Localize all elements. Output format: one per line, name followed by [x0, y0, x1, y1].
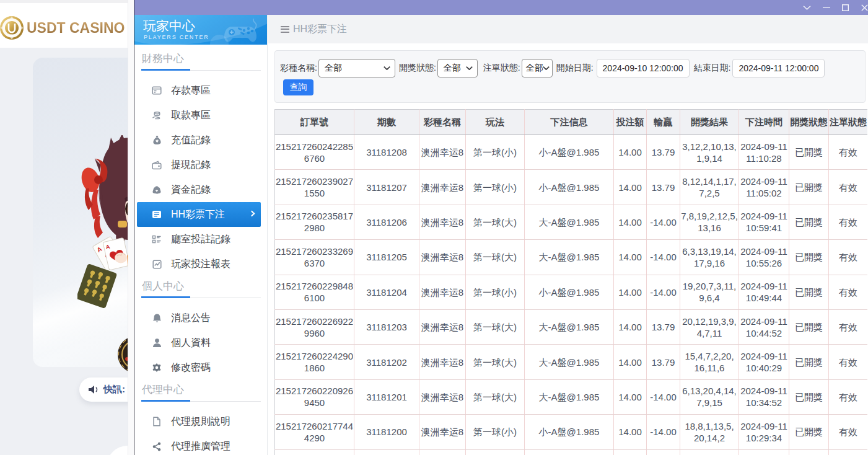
- withdraw-hand-icon: [152, 110, 162, 120]
- coin-small-text: Casino: [7, 33, 17, 37]
- sidebar-item-label: 玩家投注報表: [171, 258, 230, 271]
- sidebar-title: 玩家中心: [143, 17, 195, 35]
- window-controls: [797, 0, 868, 15]
- bell-icon: [152, 313, 162, 323]
- table-cell: 2152172602298486100: [275, 275, 354, 309]
- speaker-icon: [89, 385, 99, 394]
- table-cell: 2024-09-11 11:10:28: [739, 135, 789, 170]
- select-chevron-icon: [466, 66, 473, 70]
- start-date-input[interactable]: 2024-09-10 12:00:00: [597, 59, 690, 77]
- table-cell: -14.00: [647, 415, 680, 449]
- table-cell: 2024-09-11 10:34:52: [739, 379, 789, 414]
- section-title-personal: 個人中心: [142, 281, 267, 292]
- hamburger-menu-icon[interactable]: [281, 26, 289, 33]
- end-date-input[interactable]: 2024-09-11 12:00:00: [732, 59, 825, 77]
- section-underline: [141, 400, 261, 402]
- window-maximize-button[interactable]: [836, 0, 855, 15]
- table-cell: 第一球(大): [466, 309, 525, 344]
- window-minimize-button[interactable]: [817, 0, 836, 15]
- search-button[interactable]: 查詢: [283, 79, 313, 95]
- sidebar-item-agent-rules[interactable]: 代理規則說明: [134, 409, 267, 434]
- table-row: 215217260229848610031181204澳洲幸运8第一球(小)小-…: [275, 275, 868, 309]
- sidebar-item-player-bet-report[interactable]: 玩家投注報表: [134, 252, 267, 276]
- table-cell: 有效: [829, 345, 868, 379]
- table-cell: 2024-09-11 10:55:26: [739, 240, 789, 275]
- table-cell: 澳洲幸运8: [419, 170, 466, 205]
- table-cell: 已開獎: [789, 240, 829, 275]
- table-cell: 第一球(大): [466, 345, 525, 379]
- gear-icon: [152, 363, 162, 373]
- underline-gray-line: [190, 70, 261, 71]
- column-header: 注單狀態: [829, 110, 868, 135]
- sidebar-item-label: 資金記錄: [171, 183, 211, 197]
- sidebar-item-announcements[interactable]: 消息公告: [134, 306, 267, 330]
- table-cell: 第一球(小): [466, 135, 525, 170]
- table-cell: 已開獎: [789, 135, 829, 170]
- sidebar-item-room-bet-records[interactable]: 廳室投註記錄: [134, 227, 267, 252]
- table-row: [275, 449, 868, 455]
- column-header: 輸贏: [647, 110, 680, 135]
- table-cell: 14.00: [614, 240, 647, 275]
- table-cell: 大-A盤@1.985: [525, 205, 614, 239]
- table-cell: 31181202: [354, 345, 419, 379]
- table-cell: 14.00: [614, 205, 647, 239]
- sidebar-item-agent-promotion[interactable]: 代理推廣管理: [134, 434, 267, 455]
- sidebar-item-label: 存款專區: [171, 84, 211, 97]
- table-cell: 2024-09-11 10:40:29: [739, 345, 789, 379]
- end-date-label: 結束日期:: [694, 63, 731, 74]
- sidebar-item-label: 代理推廣管理: [171, 440, 230, 453]
- table-cell: 2152172602358172980: [275, 205, 354, 239]
- window-close-button[interactable]: [855, 0, 868, 15]
- table-cell: 澳洲幸运8: [419, 205, 466, 239]
- table-cell: 14.00: [614, 309, 647, 344]
- sidebar-item-label: 個人資料: [171, 337, 211, 350]
- background-page-scrollbar[interactable]: [128, 0, 134, 455]
- table-row: 215217260217744429031181200澳洲幸运8第一球(小)小-…: [275, 415, 868, 449]
- table-cell: 6,​3,​13,​19,​14,​17,​9,​16: [680, 240, 739, 275]
- sidebar-item-deposit-area[interactable]: 存款專區: [134, 78, 267, 103]
- sidebar-item-change-password[interactable]: 修改密碼: [134, 355, 267, 380]
- order-status-label: 注單狀態:: [483, 63, 520, 74]
- document-icon: [152, 417, 162, 426]
- sidebar-item-label: 提現記錄: [171, 159, 211, 172]
- underline-gray-line: [190, 401, 261, 402]
- order-status-select[interactable]: 全部: [522, 59, 553, 77]
- sidebar-item-funds-records[interactable]: 資金記錄: [134, 177, 267, 202]
- table-cell: 有效: [829, 170, 868, 205]
- table-cell: 第一球(大): [466, 205, 525, 239]
- table-cell: [789, 449, 829, 455]
- table-cell: 13.79: [647, 170, 680, 205]
- column-header: 彩種名稱: [419, 110, 466, 135]
- underline-blue-segment: [141, 296, 190, 298]
- draw-status-value: 全部: [444, 63, 461, 74]
- table-cell: 2024-09-11 10:44:52: [739, 309, 789, 344]
- table-cell: 已開獎: [789, 170, 829, 205]
- wallet-icon: [152, 160, 162, 170]
- chevron-down-icon: [803, 6, 811, 10]
- table-cell: 2024-09-11 10:29:34: [739, 415, 789, 449]
- window-dropdown-button[interactable]: [797, 0, 817, 15]
- table-cell: 31181208: [354, 135, 419, 170]
- table-cell: 澳洲幸运8: [419, 415, 466, 449]
- underline-gray-line: [190, 298, 261, 298]
- select-chevron-icon: [384, 66, 390, 70]
- table-cell: 2152172602422856760: [275, 135, 354, 170]
- sidebar-item-hh-lottery-bets[interactable]: HH彩票下注: [137, 202, 261, 227]
- sidebar-item-withdrawal-records[interactable]: 提現記錄: [134, 152, 267, 177]
- sidebar-item-profile[interactable]: 個人資料: [134, 330, 267, 355]
- table-cell: 14.00: [614, 135, 647, 170]
- lottery-name-select[interactable]: 全部: [318, 59, 395, 77]
- table-row: 215217260235817298031181206澳洲幸运8第一球(大)大-…: [275, 205, 868, 239]
- table-cell: 澳洲幸运8: [419, 135, 466, 170]
- minimize-icon: [823, 7, 830, 8]
- sidebar-item-recharge-records[interactable]: 充值記錄: [134, 128, 267, 152]
- table-cell: 大-A盤@1.985: [525, 240, 614, 275]
- table-cell: 31181200: [354, 415, 419, 449]
- draw-status-select[interactable]: 全部: [437, 59, 478, 77]
- table-row: 215217260242285676031181208澳洲幸运8第一球(小)小-…: [275, 135, 868, 170]
- sidebar-item-withdraw-area[interactable]: 取款專區: [134, 103, 267, 128]
- table-cell: 13.79: [647, 309, 680, 344]
- table-cell: 已開獎: [789, 205, 829, 239]
- column-header: 下注信息: [525, 110, 614, 135]
- table-cell: 2152172602209269450: [275, 379, 354, 414]
